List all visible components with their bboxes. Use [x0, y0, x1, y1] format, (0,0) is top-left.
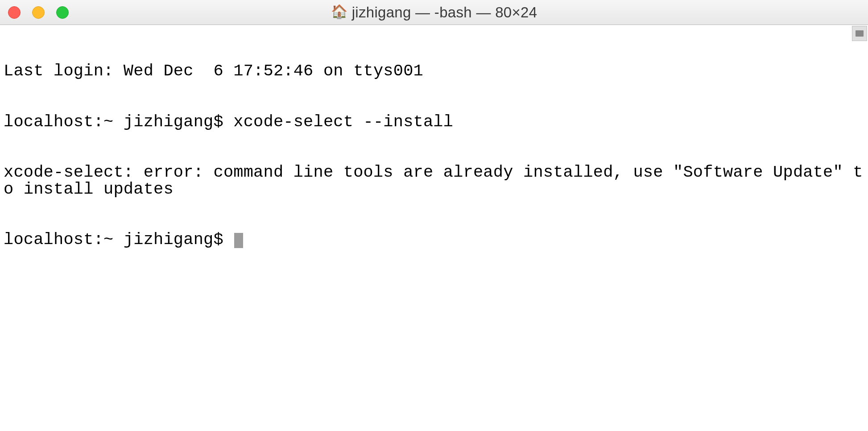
shell-prompt: localhost:~ jizhigang$	[4, 230, 233, 249]
maximize-button[interactable]	[56, 6, 69, 19]
cursor-icon	[234, 233, 243, 248]
terminal-login-line: Last login: Wed Dec 6 17:52:46 on ttys00…	[4, 63, 864, 80]
terminal-viewport[interactable]: Last login: Wed Dec 6 17:52:46 on ttys00…	[0, 25, 868, 431]
terminal-current-line: localhost:~ jizhigang$	[4, 232, 864, 249]
close-button[interactable]	[8, 6, 21, 19]
window-controls	[0, 6, 69, 19]
minimize-button[interactable]	[32, 6, 45, 19]
pane-toggle-button[interactable]	[852, 26, 867, 41]
pane-toggle-icon	[856, 30, 864, 37]
shell-command: xcode-select --install	[233, 112, 453, 131]
window-titlebar[interactable]: 🏠 jizhigang — -bash — 80×24	[0, 0, 868, 25]
terminal-output-line: xcode-select: error: command line tools …	[4, 164, 864, 198]
home-icon: 🏠	[331, 6, 347, 19]
terminal-command-line: localhost:~ jizhigang$ xcode-select --in…	[4, 114, 864, 131]
shell-prompt: localhost:~ jizhigang$	[4, 112, 233, 131]
title-container: 🏠 jizhigang — -bash — 80×24	[331, 4, 537, 21]
window-title: jizhigang — -bash — 80×24	[352, 4, 537, 21]
